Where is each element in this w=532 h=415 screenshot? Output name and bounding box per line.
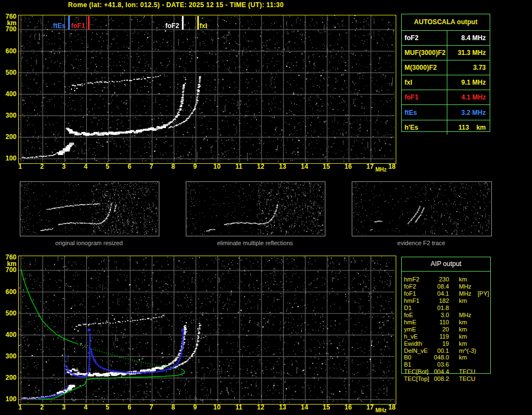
param-label: hmF2	[404, 276, 419, 283]
param-label: B1	[404, 361, 411, 368]
aip-row-ymE: ymE20km	[402, 326, 490, 333]
aip-row-hmF2: hmF2230km	[402, 276, 490, 283]
x-axis-tick-bottom: 8	[166, 404, 180, 411]
thumbnail-f2-trace-canvas	[352, 182, 490, 235]
param-value: 04.1	[422, 290, 449, 297]
aip-row-B1: B103.6	[402, 361, 490, 368]
aip-table: AIP output hmF2230kmfoF208.4MHzfoF104.1M…	[401, 257, 491, 374]
x-axis-tick-top: 5	[101, 163, 115, 170]
x-axis-tick-top: 13	[275, 163, 290, 170]
param-value: 31.3 MHz	[447, 49, 490, 57]
aip-row-hmF1: hmF1182km	[402, 297, 490, 305]
x-axis-tick-top-end: 18	[385, 163, 399, 170]
marker-label-foF1: foF1	[71, 23, 85, 29]
param-value: 9.1 MHz	[447, 79, 490, 86]
autoscala-row-h'Es: h'Es113 km	[402, 120, 490, 135]
x-axis-tick-bottom: 3	[57, 404, 71, 411]
window-title: Rome (lat: +41.8, lon: 012.5) - DATE: 20…	[16, 1, 335, 9]
autoscala-row-foF2: foF28.4 MHz	[402, 31, 490, 46]
autoscala-row-foF1: foF14.1 MHz	[402, 90, 490, 105]
x-axis-tick-top: 1	[13, 163, 27, 170]
param-label: hmE	[404, 319, 417, 326]
param-unit: km	[459, 326, 467, 333]
y-axis-tick-bottom-200: 200	[1, 374, 16, 381]
y-axis-tick-top-300: 300	[1, 112, 16, 119]
param-value: 110	[422, 319, 449, 326]
param-unit: km	[459, 319, 467, 326]
aip-row-Ewidth: Ewidth19km	[402, 340, 490, 347]
thumbnail-original-ionogram	[20, 181, 159, 236]
param-value: 08.4	[422, 283, 449, 290]
autoscala-table: AUTOSCALA output foF28.4 MHzMUF(3000)F23…	[401, 14, 490, 132]
param-value: 048.0	[422, 354, 449, 361]
param-value: 3.0	[422, 312, 449, 319]
x-axis-tick-top: 12	[253, 163, 268, 170]
param-label: Ewidth	[404, 340, 422, 347]
y-axis-tick-bottom-700: 700	[1, 267, 16, 273]
y-axis-tick-top-100: 100	[1, 155, 16, 162]
thumbnail-original-caption: original ionogram resized	[20, 240, 158, 246]
param-value: 01.8	[422, 305, 449, 312]
bottom-ionogram-canvas	[19, 256, 395, 403]
param-unit: MHz	[459, 312, 472, 319]
param-unit: TECU	[459, 368, 475, 375]
aip-row-B0: B0048.0km	[402, 354, 490, 361]
autoscala-row-ftEs: ftEs3.2 MHz	[402, 105, 490, 120]
y-axis-tick-top-600: 600	[1, 48, 16, 54]
y-axis-tick-bottom-300: 300	[1, 353, 16, 359]
top-ionogram-canvas	[19, 15, 395, 162]
param-label: h'Es	[402, 120, 447, 135]
autoscala-row-MUF(3000)F2: MUF(3000)F231.3 MHz	[402, 46, 490, 60]
x-axis-tick-top: 15	[319, 163, 334, 170]
y-axis-tick-bottom-600: 600	[1, 289, 16, 295]
x-axis-tick-top: 11	[232, 163, 246, 170]
y-axis-tick-top-500: 500	[1, 69, 16, 76]
y-axis-tick-bottom-100: 100	[1, 396, 16, 402]
param-label: fxI	[402, 75, 447, 90]
param-note: [PY]	[478, 290, 489, 297]
aip-table-title: AIP output	[402, 257, 490, 272]
param-value: 004.4	[422, 368, 449, 375]
param-label: foE	[404, 312, 413, 319]
x-axis-tick-top: 6	[123, 163, 137, 170]
param-value: 3.2 MHz	[447, 109, 490, 117]
autoscala-table-body: foF28.4 MHzMUF(3000)F231.3 MHzM(3000)F23…	[402, 31, 490, 135]
marker-label-ftEs: ftEs	[53, 23, 65, 29]
y-axis-tick-bottom-500: 500	[1, 310, 16, 317]
y-axis-tick-top-700: 700	[1, 26, 16, 32]
y-axis-tick-top-200: 200	[1, 134, 16, 140]
aip-row-TEC[Bot]: TEC[Bot]004.4TECU	[402, 368, 490, 375]
y-axis-tick-top-400: 400	[1, 91, 16, 97]
param-value: 19	[422, 340, 449, 347]
param-value: 3.73	[447, 64, 490, 71]
x-axis-tick-bottom: 13	[275, 404, 290, 411]
x-axis-tick-top: 2	[35, 163, 49, 170]
autoscala-row-M(3000)F2: M(3000)F23.73	[402, 60, 490, 75]
param-unit: km	[459, 333, 467, 340]
param-label: B0	[404, 354, 411, 361]
y-axis-tick-bottom-400: 400	[1, 331, 16, 338]
x-axis-tick-bottom: 15	[319, 404, 334, 411]
x-axis-tick-bottom: 11	[232, 404, 246, 411]
param-label: ymE	[404, 326, 416, 333]
x-axis-tick-bottom: 16	[341, 404, 356, 411]
param-unit: km	[459, 354, 467, 361]
param-label: ftEs	[402, 105, 447, 119]
thumbnail-no-reflections-caption: eliminate multiple reflections	[186, 240, 324, 246]
param-value: 182	[422, 297, 449, 305]
x-axis-tick-bottom: 2	[35, 404, 49, 411]
x-axis-tick-bottom: 1	[13, 404, 27, 411]
x-axis-tick-bottom: 9	[188, 404, 202, 411]
param-value: 4.1 MHz	[447, 93, 490, 101]
param-unit: m^(-3)	[459, 347, 476, 355]
param-unit: MHz	[459, 283, 472, 290]
thumbnail-f2-trace-caption: evidence F2 trace	[352, 240, 491, 246]
param-unit: km	[459, 340, 467, 347]
param-value: 8.4 MHz	[447, 34, 490, 42]
aip-row-foF1: foF104.1MHz[PY]	[402, 290, 490, 297]
x-axis-tick-top: 4	[79, 163, 93, 170]
x-axis-tick-bottom: 4	[79, 404, 93, 411]
param-value: 230	[422, 276, 449, 283]
param-label: h_vE	[404, 333, 418, 340]
top-ionogram-plot	[18, 15, 396, 164]
